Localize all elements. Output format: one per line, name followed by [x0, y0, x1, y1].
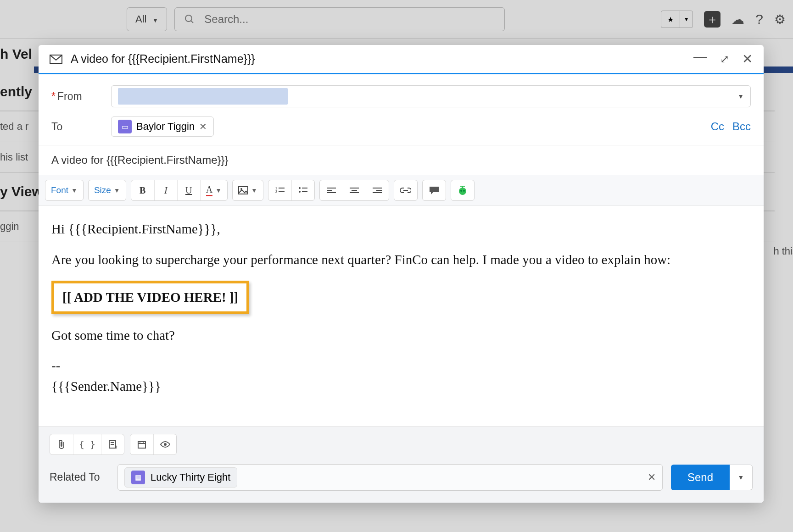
svg-point-24 — [463, 190, 465, 192]
underline-button[interactable]: U — [177, 180, 200, 200]
svg-point-11 — [299, 191, 301, 193]
svg-text:1: 1 — [275, 187, 277, 190]
send-button-group: Send — [671, 465, 753, 490]
contact-icon: ▭ — [118, 120, 132, 133]
svg-point-23 — [460, 190, 462, 192]
svg-rect-3 — [239, 187, 248, 194]
signature-name: {{{Sender.Name}}} — [51, 377, 751, 396]
paperclip-icon — [57, 439, 66, 449]
body-line1: Hi {{{Recipient.FirstName}}}, — [51, 220, 751, 238]
email-body-editor[interactable]: Hi {{{Recipient.FirstName}}}, Are you lo… — [39, 206, 764, 426]
expand-button[interactable]: ⤢ — [720, 53, 729, 66]
align-center-button[interactable] — [343, 180, 366, 200]
send-options-dropdown[interactable] — [730, 465, 753, 490]
align-right-icon — [373, 187, 382, 194]
cc-button[interactable]: Cc — [711, 120, 724, 133]
to-recipient-chip[interactable]: ▭ Baylor Tiggin ✕ — [111, 116, 214, 137]
eye-icon — [160, 441, 171, 448]
from-row: *From — [51, 81, 751, 112]
to-row: To ▭ Baylor Tiggin ✕ Cc Bcc — [51, 112, 751, 141]
schedule-button[interactable] — [130, 434, 153, 454]
insert-image-button[interactable]: ▼ — [233, 180, 263, 200]
to-input[interactable]: ▭ Baylor Tiggin ✕ — [111, 116, 711, 137]
body-line3: Got some time to chat? — [51, 326, 751, 345]
account-icon: ▦ — [131, 471, 145, 484]
align-right-button[interactable] — [366, 180, 389, 200]
ul-icon — [298, 187, 307, 194]
chevron-down-icon — [738, 473, 744, 482]
quick-text-button[interactable] — [423, 180, 446, 200]
rich-text-toolbar: Font▼ Size▼ B I U A▼ ▼ 12 — [39, 175, 764, 206]
from-dropdown[interactable] — [111, 85, 751, 107]
compose-titlebar: A video for {{{Recipient.FirstName}}} — … — [39, 45, 764, 74]
minimize-button[interactable]: — — [693, 49, 707, 64]
ol-icon: 12 — [275, 187, 285, 194]
font-family-dropdown[interactable]: Font▼ — [45, 180, 83, 200]
bulleted-list-button[interactable] — [291, 180, 314, 200]
align-center-icon — [350, 187, 359, 194]
calendar-icon — [137, 440, 146, 449]
font-color-button[interactable]: A▼ — [200, 180, 227, 200]
image-icon — [238, 186, 248, 194]
compose-header-fields: *From To ▭ Baylor Tiggin ✕ Cc Bcc — [39, 74, 764, 145]
signature-separator: -- — [51, 356, 751, 375]
bold-button[interactable]: B — [131, 180, 154, 200]
send-button[interactable]: Send — [671, 465, 730, 490]
video-placeholder-highlight: [[ ADD THE VIDEO HERE! ]] — [51, 281, 249, 314]
attach-file-button[interactable] — [50, 434, 73, 454]
to-recipient-name: Baylor Tiggin — [136, 121, 195, 133]
related-to-input[interactable]: ▦ Lucky Thirty Eight ✕ — [117, 464, 663, 491]
compose-email-modal: A video for {{{Recipient.FirstName}}} — … — [39, 45, 764, 503]
related-to-value: Lucky Thirty Eight — [151, 471, 230, 483]
related-to-chip[interactable]: ▦ Lucky Thirty Eight — [124, 467, 237, 488]
from-value-redacted — [118, 88, 288, 105]
insert-template-button[interactable]: + — [101, 434, 124, 454]
svg-text:+: + — [115, 444, 117, 449]
font-size-dropdown[interactable]: Size▼ — [89, 180, 126, 200]
italic-button[interactable]: I — [154, 180, 177, 200]
compose-footer: { } + Related To ▦ Lucky Thirty E — [39, 426, 764, 503]
from-label: From — [57, 90, 82, 102]
to-label: To — [51, 121, 62, 133]
close-button[interactable]: ✕ — [742, 51, 753, 66]
link-icon — [400, 187, 411, 194]
related-to-label: Related To — [50, 471, 109, 483]
bcc-button[interactable]: Bcc — [732, 120, 751, 133]
subject-input[interactable]: A video for {{{Recipient.FirstName}}} — [39, 145, 764, 175]
clear-related-icon[interactable]: ✕ — [648, 471, 656, 483]
robot-icon — [457, 185, 469, 195]
subject-value: A video for {{{Recipient.FirstName}}} — [51, 154, 229, 166]
svg-point-22 — [459, 188, 466, 195]
numbered-list-button[interactable]: 12 — [268, 180, 291, 200]
extension-button[interactable] — [451, 180, 474, 200]
insert-link-button[interactable] — [394, 180, 417, 200]
remove-chip-icon[interactable]: ✕ — [199, 121, 207, 132]
svg-text:2: 2 — [275, 190, 277, 193]
svg-point-35 — [164, 443, 167, 446]
preview-button[interactable] — [153, 434, 176, 454]
align-left-icon — [327, 187, 336, 194]
svg-point-9 — [299, 187, 301, 189]
align-left-button[interactable] — [320, 180, 343, 200]
speech-bubble-icon — [429, 186, 440, 195]
insert-merge-field-button[interactable]: { } — [73, 434, 101, 454]
compose-title: A video for {{{Recipient.FirstName}}} — [71, 52, 255, 66]
envelope-icon — [50, 55, 62, 64]
chevron-down-icon — [737, 92, 744, 100]
svg-rect-31 — [138, 442, 145, 448]
body-line2: Are you looking to supercharge your perf… — [51, 250, 751, 269]
template-icon: + — [108, 440, 117, 449]
